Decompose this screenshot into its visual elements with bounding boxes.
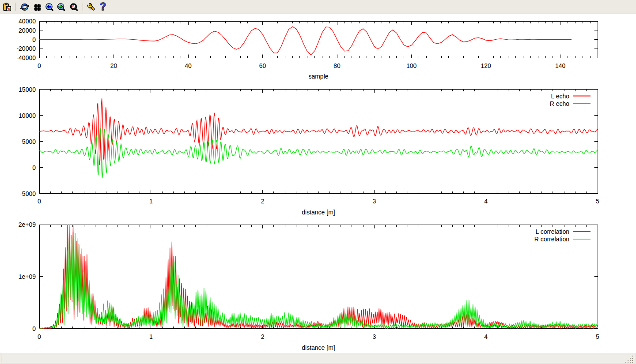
svg-text:1: 1 <box>149 198 153 205</box>
svg-text:distance [m]: distance [m] <box>302 344 335 351</box>
svg-text:2: 2 <box>261 333 265 340</box>
svg-text:?: ? <box>100 1 106 12</box>
svg-text:0: 0 <box>32 164 36 171</box>
svg-text:0: 0 <box>38 62 41 69</box>
svg-text:-40000: -40000 <box>16 54 36 61</box>
svg-text:2e+09: 2e+09 <box>19 221 36 228</box>
svg-text:sample: sample <box>308 73 328 80</box>
svg-text:-20000: -20000 <box>16 45 36 52</box>
svg-text:40: 40 <box>185 62 192 69</box>
svg-text:15000: 15000 <box>19 86 36 93</box>
svg-text:3: 3 <box>373 333 376 340</box>
svg-text:120: 120 <box>481 62 492 69</box>
svg-text:10000: 10000 <box>19 112 36 119</box>
svg-text:3: 3 <box>373 198 376 205</box>
svg-text:0: 0 <box>32 36 36 43</box>
svg-text:5: 5 <box>596 333 599 340</box>
svg-text:5: 5 <box>596 198 599 205</box>
svg-text:R correlation: R correlation <box>534 236 569 243</box>
svg-text:5000: 5000 <box>22 138 36 145</box>
svg-text:140: 140 <box>555 62 566 69</box>
svg-text:60: 60 <box>259 62 266 69</box>
svg-text:-5000: -5000 <box>20 190 36 197</box>
svg-text:20: 20 <box>110 62 117 69</box>
svg-text:80: 80 <box>333 62 341 69</box>
svg-text:0: 0 <box>32 325 36 332</box>
svg-text:20000: 20000 <box>19 27 36 34</box>
svg-text:40000: 40000 <box>19 18 36 25</box>
svg-text:0: 0 <box>38 198 41 205</box>
svg-text:4: 4 <box>484 333 488 340</box>
svg-text:4: 4 <box>484 198 488 205</box>
svg-text:distance [m]: distance [m] <box>302 209 335 216</box>
svg-text:100: 100 <box>406 62 417 69</box>
svg-text:2: 2 <box>261 198 265 205</box>
svg-text:L correlation: L correlation <box>535 228 569 235</box>
svg-text:1: 1 <box>149 333 153 340</box>
svg-text:R echo: R echo <box>550 100 570 107</box>
svg-text:L echo: L echo <box>551 93 569 100</box>
svg-text:0: 0 <box>38 333 41 340</box>
svg-text:1e+09: 1e+09 <box>19 273 36 280</box>
